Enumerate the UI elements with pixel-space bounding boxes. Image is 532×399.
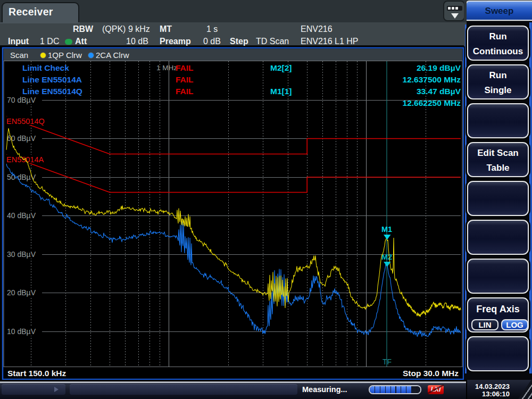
svg-text:30 dBµV: 30 dBµV bbox=[7, 250, 36, 259]
svg-text:33.47 dBµV: 33.47 dBµV bbox=[417, 87, 461, 96]
svg-text:Stop 30.0 MHz: Stop 30.0 MHz bbox=[403, 369, 459, 378]
svg-text:12.662250 MHz: 12.662250 MHz bbox=[403, 98, 461, 107]
svg-text:1 MHz: 1 MHz bbox=[156, 64, 177, 72]
svg-text:2CA Clrw: 2CA Clrw bbox=[96, 51, 129, 60]
svg-text:M1: M1 bbox=[381, 225, 392, 234]
svg-text:Line EN55014Q: Line EN55014Q bbox=[22, 87, 82, 96]
svg-text:12.637500 MHz: 12.637500 MHz bbox=[403, 75, 461, 84]
svg-text:20 dBµV: 20 dBµV bbox=[7, 288, 36, 297]
svg-text:FAIL: FAIL bbox=[176, 63, 194, 72]
svg-text:EN55014A: EN55014A bbox=[6, 155, 44, 164]
svg-text:FAIL: FAIL bbox=[176, 87, 194, 96]
svg-text:Start 150.0 kHz: Start 150.0 kHz bbox=[7, 369, 66, 378]
svg-text:TF: TF bbox=[383, 358, 392, 366]
svg-text:40 dBµV: 40 dBµV bbox=[7, 211, 36, 220]
svg-text:10 dBµV: 10 dBµV bbox=[7, 327, 36, 336]
svg-text:M2[2]: M2[2] bbox=[270, 63, 292, 72]
svg-text:Limit Check: Limit Check bbox=[22, 63, 69, 72]
svg-text:26.19 dBµV: 26.19 dBµV bbox=[417, 63, 461, 72]
svg-text:M2: M2 bbox=[381, 253, 392, 261]
svg-text:M1[1]: M1[1] bbox=[270, 87, 292, 96]
svg-text:Line EN55014A: Line EN55014A bbox=[22, 75, 82, 84]
svg-text:Scan: Scan bbox=[10, 51, 28, 60]
svg-text:FAIL: FAIL bbox=[176, 75, 194, 84]
svg-text:70 dBµV: 70 dBµV bbox=[7, 96, 36, 104]
svg-text:EN55014Q: EN55014Q bbox=[6, 117, 45, 126]
svg-text:1QP Clrw: 1QP Clrw bbox=[48, 51, 82, 60]
